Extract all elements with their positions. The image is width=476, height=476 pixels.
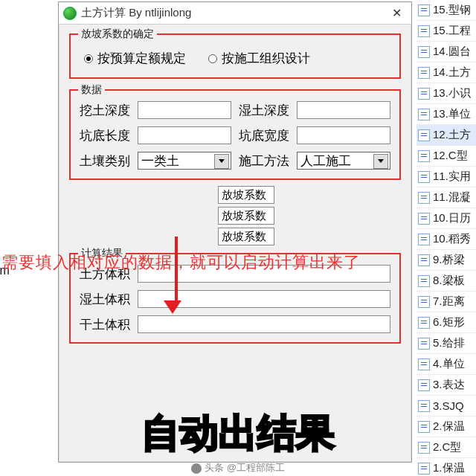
app-icon: [63, 7, 77, 20]
data-group: 数据 挖土深度 湿土深度 坑底长度 坑底宽度 土壤类别 一类土 施工方法 人工施…: [69, 89, 401, 180]
doc-icon: [418, 234, 430, 245]
doc-icon: [418, 213, 430, 225]
doc-icon: [418, 129, 430, 141]
slope-group: 放坡系数的确定 按预算定额规定 按施工组织设计: [69, 33, 401, 79]
coef-display: 放坡系数 放坡系数 放坡系数: [69, 186, 401, 245]
source-attribution: 头条 @工程部陈工: [0, 461, 476, 475]
pit-width-label: 坑底宽度: [239, 127, 289, 144]
list-item[interactable]: 10.稻秀: [416, 229, 476, 250]
close-button[interactable]: ✕: [386, 5, 407, 22]
window-title: 土方计算 By ntlijinlong: [81, 6, 191, 20]
titlebar[interactable]: 土方计算 By ntlijinlong ✕: [59, 2, 411, 25]
list-item[interactable]: 5.给排: [416, 333, 476, 354]
doc-icon: [418, 46, 430, 58]
doc-icon: [418, 379, 430, 391]
earthwork-dialog: 土方计算 By ntlijinlong ✕ 放坡系数的确定 按预算定额规定 按施…: [58, 1, 412, 463]
doc-icon: [418, 4, 430, 16]
avatar-icon: [191, 463, 202, 474]
list-item[interactable]: 12.C型: [416, 146, 476, 167]
radio-budget[interactable]: 按预算定额规定: [84, 50, 186, 67]
doc-icon: [418, 338, 430, 350]
doc-icon: [418, 275, 430, 287]
list-item[interactable]: 15.工程: [416, 21, 476, 42]
soil-type-select[interactable]: 一类土: [138, 152, 231, 170]
wet-vol-label: 湿土体积: [80, 291, 130, 308]
method-select[interactable]: 人工施工: [297, 152, 390, 170]
doc-icon: [418, 25, 430, 37]
soil-type-label: 土壤类别: [80, 152, 130, 170]
list-item[interactable]: 14.圆台: [416, 42, 476, 62]
annotation-text: 需要填入相对应的数据，就可以启动计算出来了: [0, 251, 476, 274]
list-item[interactable]: 11.实用: [416, 167, 476, 187]
list-item[interactable]: 15.型钢: [416, 0, 476, 21]
list-item[interactable]: 13.小识: [416, 83, 476, 104]
doc-icon: [418, 296, 430, 308]
doc-icon: [418, 67, 430, 79]
list-item[interactable]: 6.矩形: [416, 312, 476, 333]
doc-icon: [418, 317, 430, 329]
pit-length-label: 坑底长度: [80, 127, 130, 144]
list-item[interactable]: 11.混凝: [416, 187, 476, 208]
doc-icon: [418, 109, 430, 120]
dig-depth-label: 挖土深度: [80, 102, 130, 119]
dry-vol-label: 干土体积: [80, 316, 130, 333]
radio-construction[interactable]: 按施工组织设计: [208, 50, 310, 67]
wet-depth-input[interactable]: [297, 101, 390, 119]
wet-vol-output: [138, 290, 390, 308]
doc-icon: [418, 150, 430, 162]
wet-depth-label: 湿土深度: [239, 102, 289, 119]
list-item[interactable]: 8.梁板: [416, 271, 476, 292]
dry-vol-output: [138, 315, 390, 333]
doc-icon: [418, 171, 430, 183]
coef-box: 放坡系数: [218, 186, 274, 204]
pit-width-input[interactable]: [297, 126, 390, 144]
file-list: 15.型钢 15.工程 14.圆台 14.土方 13.小识 13.单位 12.土…: [416, 0, 476, 476]
big-caption: 自动出结果: [0, 408, 476, 460]
doc-icon: [418, 192, 430, 204]
list-item[interactable]: 10.日历: [416, 208, 476, 229]
coef-box: 放坡系数: [218, 228, 274, 245]
doc-icon: [418, 88, 430, 100]
slope-legend: 放坡系数的确定: [78, 28, 157, 41]
list-item[interactable]: 4.单位: [416, 354, 476, 375]
list-item[interactable]: 12.土方: [416, 125, 476, 146]
radio-icon: [84, 54, 93, 63]
pit-length-input[interactable]: [138, 126, 231, 144]
list-item[interactable]: 7.距离: [416, 292, 476, 312]
radio-icon: [208, 54, 217, 63]
dig-depth-input[interactable]: [138, 101, 231, 119]
list-item[interactable]: 14.土方: [416, 62, 476, 83]
list-item[interactable]: 3.表达: [416, 375, 476, 396]
list-item[interactable]: 13.单位: [416, 104, 476, 125]
method-label: 施工方法: [239, 152, 289, 170]
doc-icon: [418, 358, 430, 370]
data-legend: 数据: [78, 83, 105, 97]
coef-box: 放坡系数: [218, 207, 274, 225]
